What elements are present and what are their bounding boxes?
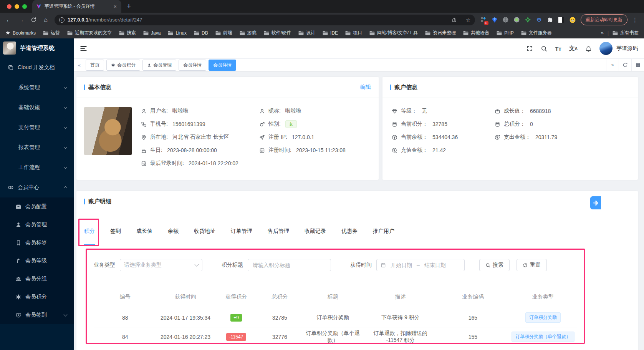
sidebar-group-payment[interactable]: 支付管理: [0, 118, 74, 138]
home-icon[interactable]: ⌂: [40, 15, 51, 25]
end-date-input[interactable]: [421, 262, 449, 268]
tags-left-chevron[interactable]: «: [75, 62, 83, 68]
sidebar-item-member-tag[interactable]: 会员标签: [0, 234, 74, 252]
search-icon[interactable]: [541, 45, 547, 52]
collapse-menu-icon[interactable]: [80, 45, 87, 52]
tab-coupons[interactable]: 优惠券: [341, 217, 358, 245]
tab-signin[interactable]: 签到: [110, 217, 121, 245]
date-range-picker[interactable]: –: [376, 259, 465, 271]
extension-green-circle-icon[interactable]: [512, 15, 522, 25]
tag-chip-member-points[interactable]: 会员积分: [106, 60, 140, 71]
sidebar-item-cloud-docs[interactable]: Cloud 开发文档: [0, 58, 74, 78]
app-logo[interactable]: 芋道管理系统: [0, 38, 74, 58]
extensions-puzzle-icon[interactable]: [545, 15, 555, 25]
all-bookmarks-item[interactable]: 所有书签: [613, 30, 639, 36]
tab-points[interactable]: 积分: [84, 217, 95, 245]
bookmark-folder[interactable]: DB: [194, 30, 208, 36]
chrome-update-button[interactable]: 重新启动即可更新: [581, 14, 627, 25]
tag-chip-member-detail-active[interactable]: 会员详情: [209, 60, 236, 71]
window-minimize-button[interactable]: [15, 4, 19, 9]
share-icon[interactable]: [449, 15, 460, 25]
bookmark-folder[interactable]: 搜索: [119, 30, 136, 36]
extension-green-star-icon[interactable]: [523, 15, 533, 25]
back-icon[interactable]: ←: [3, 15, 15, 25]
bookmark-folder[interactable]: 网站/博客/文章/工具: [369, 30, 418, 36]
header-username[interactable]: 芋道源码: [616, 45, 638, 52]
start-date-input[interactable]: [387, 262, 415, 268]
tab-close-icon[interactable]: ×: [113, 3, 118, 10]
bookmark-folder[interactable]: 项目: [345, 30, 362, 36]
sidebar-group-report[interactable]: 报表管理: [0, 138, 74, 158]
biz-type-select[interactable]: 请选择业务类型: [120, 259, 202, 271]
notification-bell-icon[interactable]: [585, 45, 592, 52]
tag-chip-member-manage[interactable]: 会员管理: [142, 60, 176, 71]
tab-balance[interactable]: 余额: [168, 217, 179, 245]
bookmark-folder[interactable]: 其他语言: [463, 30, 489, 36]
bookmark-star-icon[interactable]: ☆: [463, 15, 473, 25]
bookmark-folder[interactable]: Linux: [168, 30, 187, 36]
sidebar-item-member-group[interactable]: 会员分组: [0, 270, 74, 288]
tab-orders[interactable]: 订单管理: [231, 217, 252, 245]
bookmark-folder[interactable]: 设计: [298, 30, 315, 36]
tab-address[interactable]: 收货地址: [194, 217, 215, 245]
sidebar-item-member-level[interactable]: 会员等级: [0, 252, 74, 270]
bookmark-folder[interactable]: Java: [143, 30, 161, 36]
extension-blue-icon[interactable]: [489, 15, 500, 25]
sidebar-item-member-signin[interactable]: 会员签到: [0, 306, 74, 324]
extension-emoji-icon[interactable]: [567, 15, 578, 25]
theme-settings-button[interactable]: [590, 196, 601, 209]
extension-layers-icon[interactable]: [534, 15, 544, 25]
tab-aftersale[interactable]: 售后管理: [268, 217, 289, 245]
address-bar[interactable]: i 127.0.0.1/member/user/detail/247 ☆: [55, 15, 475, 25]
extension-gray-globe-icon[interactable]: [500, 15, 511, 25]
bookmark-folder[interactable]: 资讯未整理: [425, 30, 456, 36]
tab-growth[interactable]: 成长值: [136, 217, 152, 245]
window-zoom-button[interactable]: [22, 4, 27, 9]
sidebar-group-system[interactable]: 系统管理: [0, 78, 74, 98]
forward-icon[interactable]: →: [15, 15, 27, 25]
site-info-icon[interactable]: i: [59, 17, 65, 23]
layout-grid-icon[interactable]: [631, 59, 644, 71]
reset-button[interactable]: 重置: [517, 259, 547, 271]
browser-menu-icon[interactable]: ⋮: [629, 17, 641, 23]
tags-right-chevron[interactable]: »: [606, 59, 619, 71]
bookmark-folder[interactable]: PHP: [497, 30, 514, 36]
bookmark-folder[interactable]: IDE: [323, 30, 338, 36]
window-close-button[interactable]: [7, 4, 12, 9]
tag-chip-member-detail[interactable]: 会员详情: [179, 60, 206, 71]
bookmark-folder[interactable]: 运营: [43, 30, 60, 36]
bookmark-folder[interactable]: 软件/硬件: [264, 30, 291, 36]
points-title-input[interactable]: [248, 259, 331, 271]
bookmark-folder[interactable]: 前端: [215, 30, 232, 36]
new-tab-button[interactable]: +: [121, 2, 136, 13]
font-size-icon[interactable]: Tт: [555, 45, 561, 52]
sidebar-group-member-center[interactable]: 会员中心: [0, 177, 74, 197]
tag-chip-home[interactable]: 首页: [86, 60, 104, 71]
edit-button[interactable]: 编辑: [360, 84, 371, 91]
tab-promoted-users[interactable]: 推广用户: [373, 217, 394, 245]
sidebar-group-workflow[interactable]: 工作流程: [0, 158, 74, 177]
search-button[interactable]: 搜索: [479, 259, 510, 271]
bookmark-folder[interactable]: 文件服务器: [521, 30, 552, 36]
tab-title: 芋道管理系统 - 会员详情: [45, 3, 110, 10]
reload-icon[interactable]: [28, 15, 39, 25]
language-icon[interactable]: 文A: [569, 45, 578, 52]
extension-tampermonkey-icon[interactable]: 6: [478, 15, 488, 25]
bookmarks-overflow-chevron[interactable]: »: [601, 30, 604, 36]
refresh-icon[interactable]: [619, 59, 631, 71]
bookmark-folder[interactable]: 游戏: [240, 30, 257, 36]
sidebar-item-member-config[interactable]: 会员配置: [0, 197, 74, 216]
sidebar-group-infra[interactable]: 基础设施: [0, 98, 74, 118]
browser-tab[interactable]: 芋道管理系统 - 会员详情 ×: [32, 0, 121, 13]
sidebar-item-member-manage[interactable]: 会员管理: [0, 216, 74, 234]
user-avatar[interactable]: [599, 42, 613, 55]
table-row[interactable]: 88 2024-01-17 19:35:34 +9 32785 订单积分奖励 下…: [94, 308, 577, 327]
extension-sidebar-icon[interactable]: [556, 15, 566, 25]
table-row[interactable]: 84 2024-01-16 20:27:23 -11547 32776 订单积分…: [94, 327, 577, 344]
bookmark-folder[interactable]: 近期需要读的文章: [67, 30, 112, 36]
url-text[interactable]: 127.0.0.1/member/user/detail/247: [68, 17, 446, 23]
fullscreen-icon[interactable]: [526, 45, 533, 52]
sidebar-item-member-points[interactable]: 会员积分: [0, 288, 74, 306]
bookmarks-manager-item[interactable]: Bookmarks: [5, 30, 36, 36]
tab-favorites[interactable]: 收藏记录: [305, 217, 326, 245]
